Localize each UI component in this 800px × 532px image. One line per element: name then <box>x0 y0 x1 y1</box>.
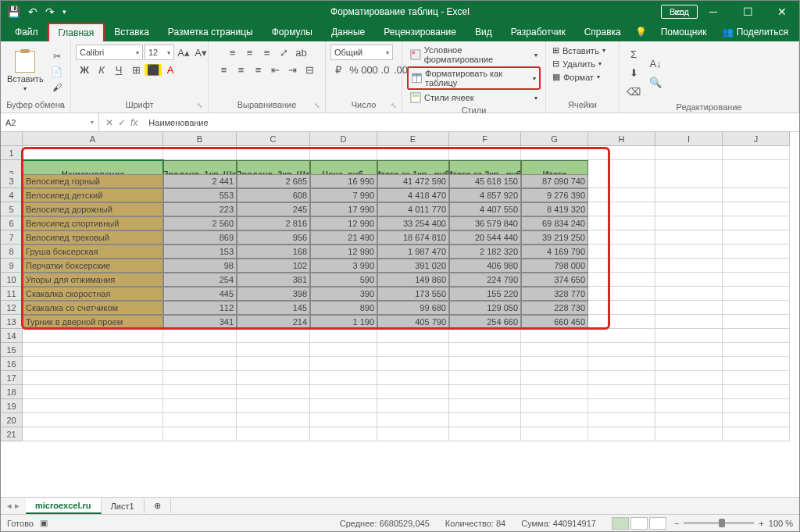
cell[interactable] <box>310 343 377 357</box>
cell[interactable] <box>655 329 723 343</box>
cell[interactable] <box>723 245 790 259</box>
cell[interactable]: 2 685 <box>237 174 310 188</box>
cell[interactable]: E <box>377 132 449 146</box>
cell[interactable]: 608 <box>237 188 310 202</box>
cell[interactable] <box>588 287 655 301</box>
align-center-icon[interactable]: ≡ <box>233 62 250 77</box>
align-middle-icon[interactable]: ≡ <box>241 45 259 60</box>
maximize-icon[interactable]: ☐ <box>730 1 765 23</box>
cell[interactable] <box>723 146 790 160</box>
cell[interactable] <box>723 413 790 427</box>
cell[interactable]: 390 <box>310 287 377 301</box>
tell-me[interactable]: Помощник <box>652 23 716 41</box>
save-icon[interactable]: 💾 <box>7 5 20 18</box>
cell[interactable]: 173 550 <box>377 287 449 301</box>
view-layout-icon[interactable] <box>630 517 648 530</box>
cell[interactable] <box>449 371 521 385</box>
cell[interactable]: 4 418 470 <box>377 188 449 202</box>
tab-file[interactable]: Файл <box>5 23 48 41</box>
cell[interactable]: Велосипед трековый <box>23 230 163 245</box>
cell[interactable] <box>521 399 588 413</box>
cell[interactable]: 1 987 470 <box>377 245 449 259</box>
cell[interactable] <box>377 427 449 441</box>
sheet-nav-prev-icon[interactable]: ◂ <box>7 501 12 511</box>
cell[interactable] <box>310 329 377 343</box>
cell-styles-button[interactable]: Стили ячеек▾ <box>407 91 541 104</box>
new-sheet-button[interactable]: ⊕ <box>145 498 171 513</box>
cell[interactable]: H <box>588 132 655 146</box>
cell[interactable] <box>237 385 310 399</box>
cell[interactable]: 155 220 <box>449 287 521 301</box>
cell[interactable] <box>377 371 449 385</box>
cell[interactable]: 869 <box>163 230 237 245</box>
view-pagebreak-icon[interactable] <box>649 517 666 530</box>
shrink-font-icon[interactable]: A▾ <box>193 45 209 60</box>
cell[interactable] <box>723 315 790 329</box>
cell[interactable] <box>655 371 723 385</box>
confirm-edit-icon[interactable]: ✓ <box>118 117 126 128</box>
cell[interactable]: 41 472 590 <box>377 174 449 188</box>
font-color-button[interactable]: A <box>162 62 179 77</box>
cell[interactable]: 99 680 <box>377 301 449 315</box>
cell[interactable] <box>723 343 790 357</box>
cell[interactable]: 168 <box>237 245 310 259</box>
cell[interactable]: 445 <box>163 287 237 301</box>
cell[interactable] <box>655 146 723 160</box>
cell[interactable] <box>310 371 377 385</box>
cell[interactable]: 12 990 <box>310 245 377 259</box>
cell[interactable] <box>588 427 655 441</box>
cell[interactable]: Упоры для отжимания <box>23 273 163 287</box>
cell[interactable]: 45 618 150 <box>449 174 521 188</box>
cell[interactable]: 4 <box>1 188 23 202</box>
cell[interactable]: B <box>163 132 237 146</box>
cell[interactable] <box>655 287 723 301</box>
copy-icon[interactable]: 📄 <box>50 66 64 78</box>
cell[interactable] <box>23 357 163 371</box>
cell[interactable]: 36 579 840 <box>449 216 521 230</box>
cell[interactable] <box>237 343 310 357</box>
cell[interactable] <box>163 413 237 427</box>
sheet-tab-1[interactable]: microexcel.ru <box>26 498 102 514</box>
cell[interactable]: Велосипед детский <box>23 188 163 202</box>
cell[interactable] <box>163 427 237 441</box>
cell[interactable] <box>588 413 655 427</box>
cell[interactable] <box>449 399 521 413</box>
cell[interactable] <box>163 343 237 357</box>
cell[interactable] <box>588 174 655 188</box>
cell[interactable] <box>588 315 655 329</box>
cell[interactable] <box>588 385 655 399</box>
cell[interactable]: 18 674 810 <box>377 230 449 245</box>
cell[interactable]: 149 860 <box>377 273 449 287</box>
cell[interactable] <box>723 259 790 273</box>
cell[interactable] <box>655 413 723 427</box>
cell[interactable]: 890 <box>310 301 377 315</box>
cell[interactable]: J <box>723 132 790 146</box>
tab-home[interactable]: Главная <box>48 23 105 41</box>
cell[interactable]: Скакалка со счетчиком <box>23 301 163 315</box>
zoom-in-icon[interactable]: + <box>759 519 763 528</box>
paste-button[interactable]: Вставить ▾ <box>4 51 47 92</box>
cell[interactable] <box>310 427 377 441</box>
cell[interactable]: 2 441 <box>163 174 237 188</box>
share-button[interactable]: 👥 Поделиться <box>722 27 799 37</box>
cell[interactable]: Велосипед спортивный <box>23 216 163 230</box>
font-size-combo[interactable]: 12▾ <box>145 45 174 60</box>
cell[interactable]: 4 407 550 <box>449 202 521 216</box>
cell[interactable]: 228 730 <box>521 301 588 315</box>
cell[interactable]: 153 <box>163 245 237 259</box>
align-top-icon[interactable]: ≡ <box>224 45 241 60</box>
cell[interactable] <box>23 427 163 441</box>
cell[interactable] <box>377 329 449 343</box>
cell[interactable] <box>655 202 723 216</box>
increase-indent-icon[interactable]: ⇥ <box>284 62 302 77</box>
cell[interactable] <box>23 385 163 399</box>
cell[interactable] <box>449 329 521 343</box>
cell[interactable] <box>310 146 377 160</box>
cell[interactable]: 7 990 <box>310 188 377 202</box>
cell[interactable]: 7 <box>1 230 23 245</box>
cell[interactable]: 341 <box>163 315 237 329</box>
cell[interactable]: 553 <box>163 188 237 202</box>
cell[interactable] <box>655 188 723 202</box>
cell[interactable] <box>723 188 790 202</box>
cell[interactable]: 956 <box>237 230 310 245</box>
